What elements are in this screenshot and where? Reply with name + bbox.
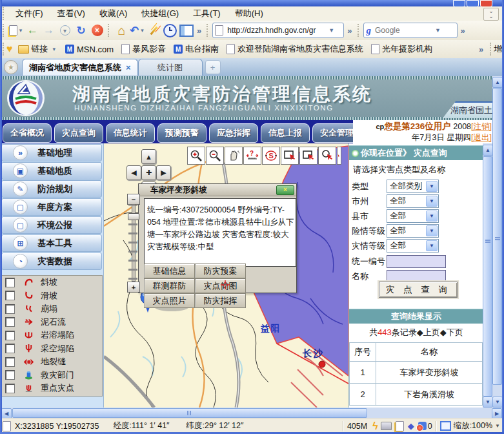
table-row[interactable]: 1 车家坪变形斜坡	[349, 362, 483, 384]
nav-statistics[interactable]: 信息统计	[106, 123, 155, 143]
pan-up-button[interactable]: ▲	[141, 149, 156, 164]
layer-checkbox[interactable]	[5, 370, 15, 380]
history-dropdown-button[interactable]: ▾	[57, 23, 73, 39]
new-item-icon[interactable]	[396, 421, 404, 431]
type-select[interactable]: 全部类别▼	[387, 180, 439, 193]
toolbar-grip[interactable]	[3, 43, 4, 56]
scrollbar-thumb[interactable]	[492, 88, 502, 385]
bookmark-hunan-gis[interactable]: 欢迎登陆湖南省地质灾害信息系统	[227, 43, 363, 55]
forward-button[interactable]: →	[41, 23, 57, 39]
magic-wand-button[interactable]	[146, 23, 162, 39]
address-bar[interactable]: ▼	[212, 23, 344, 38]
toolbar-overflow-icon[interactable]: »	[197, 26, 201, 36]
layer-checkbox[interactable]	[5, 357, 15, 367]
pan-hand-button[interactable]	[225, 147, 243, 165]
toolbar-grip[interactable]	[3, 24, 6, 37]
nav-report[interactable]: 信息上报	[261, 123, 310, 143]
county-select[interactable]: 全部▼	[387, 209, 439, 223]
scroll-down-button[interactable]: ▼	[483, 397, 493, 408]
popup-btn-basic-info[interactable]: 基础信息	[144, 264, 195, 278]
disaster-level-select[interactable]: 全部▼	[387, 239, 439, 253]
nav-disaster-query[interactable]: 灾点查询	[54, 123, 103, 143]
lightning-icon[interactable]: ϟ	[372, 420, 378, 432]
popup-btn-site-photo[interactable]: 灾点照片	[144, 293, 195, 308]
table-row[interactable]: 2 下岩角溪滑坡	[349, 384, 483, 406]
popup-btn-prevention-plan[interactable]: 防灾预案	[195, 264, 246, 278]
risk-level-select[interactable]: 全部▼	[387, 224, 439, 238]
zoom-slider-thumb[interactable]	[128, 213, 139, 220]
query-submit-button[interactable]: 灾 点 查 询	[379, 282, 458, 298]
bookmark-radio[interactable]: M电台指南	[174, 43, 219, 55]
zoom-slider-minus-button[interactable]: −	[127, 194, 140, 205]
nav-forecast[interactable]: 预测预警	[157, 123, 207, 143]
popup-close-button[interactable]: ×	[276, 185, 294, 195]
sidebar-item-basic-geology[interactable]: ▣基础地质	[1, 162, 102, 180]
bookmark-links-folder[interactable]: 链接▾	[18, 43, 58, 55]
layer-checkbox[interactable]	[5, 291, 15, 300]
pan-left-button[interactable]: ◀	[126, 165, 141, 180]
next-page-link[interactable]: ◆下页	[440, 327, 463, 337]
new-tab-button[interactable]: +	[205, 60, 221, 74]
layer-checkbox[interactable]	[5, 278, 15, 287]
menu-favorites[interactable]: 收藏(A)	[92, 6, 134, 21]
scrollbar-thumb[interactable]	[12, 408, 367, 418]
panel-scrollbar[interactable]: ▲ ▼	[483, 143, 492, 408]
menu-view[interactable]: 查看(V)	[50, 6, 92, 21]
layer-checkbox[interactable]	[5, 344, 15, 353]
name-input[interactable]	[387, 270, 446, 283]
tab-star-icon[interactable]: ★	[4, 60, 18, 74]
address-overflow-icon[interactable]: »	[347, 26, 352, 36]
popup-titlebar[interactable]: 车家坪变形斜坡 ×	[139, 184, 296, 196]
resize-window-icon[interactable]	[440, 421, 451, 431]
menu-file[interactable]: 文件(F)	[8, 6, 50, 21]
history-clock-button[interactable]	[162, 23, 178, 39]
toolbar-grip[interactable]	[108, 24, 111, 37]
measure-button[interactable]: ?	[243, 147, 261, 165]
menu-tools[interactable]: 工具(T)	[186, 6, 228, 21]
zoom-slider-plus-button[interactable]: +	[127, 282, 140, 293]
polygon-select-button[interactable]	[299, 147, 318, 165]
undo-button[interactable]: ↶▾	[130, 23, 146, 39]
circle-select-button[interactable]	[318, 147, 336, 165]
sidebar-item-disaster-data[interactable]: ◔灾害数据	[1, 253, 102, 270]
menu-overflow-button[interactable]: ⌄⌄	[483, 8, 499, 21]
tab-active-gis[interactable]: 湖南省地质灾害信息系统×	[22, 59, 138, 76]
counter-icon[interactable]	[418, 422, 427, 430]
favorites-heart-icon[interactable]: ♥	[6, 43, 13, 55]
toolbar-grip[interactable]	[490, 43, 491, 56]
printer-icon[interactable]	[381, 422, 392, 430]
diamond-icon[interactable]: ◆	[408, 421, 414, 431]
pan-right-button[interactable]: ▶	[156, 165, 171, 180]
search-overflow-icon[interactable]: »	[460, 26, 465, 36]
page-scrollbar-horizontal[interactable]: ◀ ▶	[0, 408, 504, 418]
rect-select-button[interactable]	[281, 147, 299, 165]
sidebar-item-basic-geography[interactable]: »基础地理	[1, 144, 102, 161]
zoom-in-button[interactable]	[187, 147, 205, 165]
back-button[interactable]: ←	[25, 23, 41, 39]
sidebar-item-prevention-plan[interactable]: ✎防治规划	[1, 180, 102, 198]
toolbar-grip[interactable]	[358, 24, 361, 37]
city-select[interactable]: 全部▼	[387, 194, 439, 208]
zoom-out-button[interactable]	[206, 147, 224, 165]
pan-center-button[interactable]: ✚	[141, 165, 156, 180]
nav-emergency[interactable]: 应急指挥	[209, 123, 258, 143]
tab-statistics[interactable]: 统计图	[138, 59, 203, 76]
home-button[interactable]: ⌂	[114, 23, 130, 39]
layer-checkbox[interactable]	[5, 384, 15, 393]
scroll-up-button[interactable]: ▲	[483, 145, 493, 156]
bookmark-baofeng[interactable]: 暴风影音	[121, 43, 166, 55]
nav-overview[interactable]: 全省概况	[3, 123, 52, 143]
scroll-left-button[interactable]: ◀	[1, 408, 12, 419]
sidebar-item-basic-tools[interactable]: ⊞基本工具	[1, 234, 102, 252]
address-input[interactable]	[226, 25, 327, 36]
menu-groups[interactable]: 快捷组(G)	[134, 6, 186, 21]
search-dropdown-icon[interactable]: ▼	[433, 27, 443, 34]
toolbar-grip[interactable]	[207, 24, 210, 37]
bookmark-guangnian[interactable]: 光年摄影机构	[371, 43, 432, 55]
toolbar-grip[interactable]	[3, 7, 6, 20]
page-scrollbar-vertical[interactable]: ▲ ▼	[492, 76, 502, 408]
panels-button[interactable]	[178, 23, 194, 39]
scroll-up-button[interactable]: ▲	[492, 77, 503, 88]
sidebar-item-environment-bulletin[interactable]: ▢环境公报	[1, 216, 102, 234]
refresh-button[interactable]: ↻	[73, 23, 89, 39]
